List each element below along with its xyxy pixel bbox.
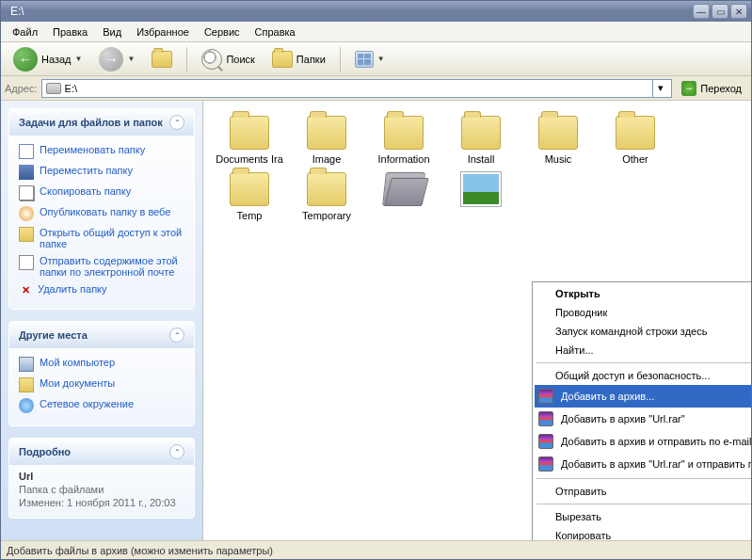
context-menu-item[interactable]: Найти... [535, 341, 751, 360]
context-menu-item[interactable]: Добавить в архив... [535, 385, 751, 408]
panel-body-tasks: Переименовать папку Переместить папку Ск… [9, 136, 194, 309]
file-item[interactable]: Image [288, 112, 365, 168]
file-item[interactable] [442, 168, 520, 225]
context-menu-label: Копировать [555, 530, 611, 540]
drive-icon [46, 83, 61, 94]
menu-file[interactable]: Файл [5, 24, 45, 40]
explorer-window: E:\ — ▭ ✕ Файл Правка Вид Избранное Серв… [0, 0, 752, 560]
documents-icon [19, 377, 34, 392]
menu-edit[interactable]: Правка [45, 24, 95, 40]
menu-help[interactable]: Справка [248, 24, 303, 40]
forward-icon: → [99, 47, 123, 72]
address-field[interactable]: ▾ [41, 79, 673, 98]
folder-open-icon [384, 172, 424, 206]
folders-icon [272, 51, 293, 68]
file-item[interactable]: Information [365, 112, 442, 168]
file-item[interactable] [365, 168, 442, 225]
panel-header-details[interactable]: Подробно ⌃ [9, 439, 194, 465]
details-body: Url Папка с файлами Изменен: 1 ноября 20… [9, 465, 194, 518]
window-buttons: — ▭ ✕ [693, 4, 747, 19]
go-button[interactable]: → Переход [676, 79, 747, 98]
task-email[interactable]: Отправить содержимое этой папки по элект… [19, 252, 184, 280]
context-menu-label: Вырезать [555, 511, 601, 522]
image-icon [461, 172, 501, 206]
file-item[interactable]: Other [597, 112, 674, 168]
search-icon [201, 49, 222, 70]
toolbar-separator [186, 47, 187, 72]
context-menu-item[interactable]: Запуск командной строки здесь [535, 322, 751, 341]
context-menu-label: Запуск командной строки здесь [555, 326, 707, 337]
move-icon [19, 165, 34, 180]
file-item[interactable]: Documents Ira [211, 112, 288, 168]
context-menu-item[interactable]: Открыть [535, 284, 751, 303]
panel-file-tasks: Задачи для файлов и папок ⌃ Переименоват… [8, 108, 195, 310]
file-label: Image [312, 153, 342, 165]
place-my-computer[interactable]: Мой компьютер [19, 354, 184, 375]
back-label: Назад [41, 54, 72, 65]
back-button[interactable]: ← Назад ▼ [7, 44, 88, 74]
back-icon: ← [13, 47, 38, 72]
close-button[interactable]: ✕ [730, 4, 747, 19]
panel-body-places: Мой компьютер Мои документы Сетевое окру… [9, 348, 194, 425]
file-label: Install [468, 153, 495, 165]
views-button[interactable]: ▼ [348, 48, 392, 71]
status-bar: Добавить файлы в архив (можно изменить п… [1, 540, 751, 559]
rar-icon [538, 389, 553, 404]
details-name: Url [19, 471, 33, 482]
search-button[interactable]: Поиск [195, 46, 261, 72]
panel-details: Подробно ⌃ Url Папка с файлами Изменен: … [8, 438, 195, 519]
task-rename[interactable]: Переименовать папку [19, 141, 184, 162]
file-item[interactable]: Music [520, 112, 597, 168]
maximize-button[interactable]: ▭ [712, 4, 728, 19]
rar-icon [538, 456, 553, 472]
context-menu-separator [536, 478, 751, 479]
file-item[interactable]: Temporary [288, 168, 365, 225]
file-label: Information [377, 153, 429, 165]
menu-view[interactable]: Вид [95, 24, 129, 40]
file-label: Documents Ira [216, 153, 283, 165]
file-label: Other [622, 153, 648, 165]
back-dropdown-icon: ▼ [75, 55, 83, 63]
menu-tools[interactable]: Сервис [197, 24, 248, 40]
context-menu-item[interactable]: Добавить в архив "Url.rar" [535, 408, 751, 430]
place-network[interactable]: Сетевое окружение [19, 395, 184, 416]
panel-header-tasks[interactable]: Задачи для файлов и папок ⌃ [9, 109, 194, 136]
context-menu-item[interactable]: Копировать [535, 526, 751, 540]
context-menu-item[interactable]: Проводник [535, 303, 751, 322]
file-item[interactable]: Install [442, 112, 520, 168]
task-delete[interactable]: ✕Удалить папку [19, 280, 184, 299]
menu-favorites[interactable]: Избранное [129, 24, 197, 40]
file-view[interactable]: Documents IraImageInformationInstallMusi… [203, 101, 751, 540]
context-menu-item[interactable]: Отправить▶ [535, 482, 751, 501]
context-menu-item[interactable]: Добавить в архив "Url.rar" и отправить п… [535, 453, 751, 475]
forward-button[interactable]: → ▼ [92, 44, 141, 74]
main-area: Задачи для файлов и папок ⌃ Переименоват… [1, 101, 751, 540]
address-input[interactable] [65, 83, 649, 94]
panel-title-details: Подробно [19, 446, 71, 457]
folders-button[interactable]: Папки [265, 48, 332, 71]
minimize-button[interactable]: — [693, 4, 710, 19]
icons-container: Documents IraImageInformationInstallMusi… [211, 112, 744, 225]
task-label: Открыть общий доступ к этой папке [40, 227, 184, 249]
task-move[interactable]: Переместить папку [19, 162, 184, 183]
folder-icon [230, 172, 269, 206]
file-label: Temp [237, 210, 263, 221]
context-menu-separator [536, 504, 751, 504]
task-publish[interactable]: Опубликовать папку в вебе [19, 203, 184, 224]
context-menu-item[interactable]: Добавить в архив и отправить по e-mail..… [535, 430, 751, 453]
task-copy[interactable]: Скопировать папку [19, 183, 184, 203]
file-item[interactable]: Temp [211, 168, 288, 225]
panel-header-places[interactable]: Другие места ⌃ [9, 322, 194, 348]
place-my-documents[interactable]: Мои документы [19, 375, 184, 395]
collapse-icon: ⌃ [169, 115, 184, 130]
context-menu-item[interactable]: Общий доступ и безопасность... [535, 366, 751, 385]
context-menu-item[interactable]: Вырезать [535, 507, 751, 526]
address-dropdown[interactable]: ▾ [652, 80, 667, 97]
context-menu-label: Найти... [555, 344, 594, 356]
task-label: Отправить содержимое этой папки по элект… [40, 255, 184, 278]
task-label: Переместить папку [40, 165, 133, 176]
task-share[interactable]: Открыть общий доступ к этой папке [19, 224, 184, 252]
up-button[interactable] [145, 48, 179, 71]
rar-icon [538, 434, 553, 449]
collapse-icon: ⌃ [169, 328, 184, 343]
